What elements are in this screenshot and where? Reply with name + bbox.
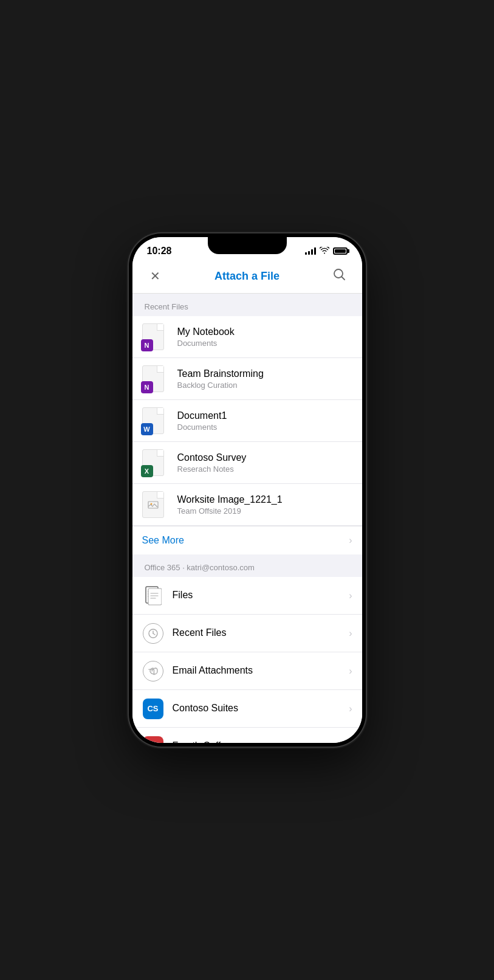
status-time: 10:28 — [147, 246, 172, 257]
list-item[interactable]: N My Notebook Documents — [132, 316, 362, 358]
item-text: Email Attachments — [173, 665, 345, 677]
chevron-right-icon: › — [349, 741, 352, 744]
item-title: Files — [173, 590, 345, 601]
close-button[interactable]: ✕ — [145, 269, 166, 283]
file-icon-onenote-1: N — [142, 323, 169, 350]
item-text: Recent Files — [173, 627, 345, 640]
file-icon-onenote-2: N — [142, 365, 169, 392]
content-area: Recent Files N My Notebook Documents — [132, 294, 362, 743]
fc-badge: FC — [143, 736, 163, 744]
storage-item-contoso-suites[interactable]: CS Contoso Suites › — [132, 690, 362, 728]
item-subtitle: Backlog Curation — [177, 381, 352, 390]
item-text: Contoso Survey Reserach Notes — [177, 452, 352, 474]
chevron-right-icon: › — [349, 590, 352, 601]
recent-files-header: Recent Files — [132, 294, 362, 316]
item-subtitle: Documents — [177, 339, 352, 348]
item-subtitle: Reserach Notes — [177, 464, 352, 474]
fourth-coffee-icon: FC — [142, 736, 164, 744]
chevron-right-icon: › — [349, 703, 352, 714]
item-subtitle: Documents — [177, 423, 352, 432]
file-icon-image — [142, 491, 169, 518]
item-title: Fourth Coffee — [173, 740, 345, 744]
page-title: Attach a File — [214, 270, 280, 283]
item-text: Worksite Image_1221_1 Team Offsite 2019 — [177, 494, 352, 516]
svg-line-14 — [153, 633, 155, 635]
battery-icon — [333, 247, 348, 255]
svg-rect-8 — [148, 588, 162, 605]
phone-frame: 10:28 — [129, 233, 366, 747]
recent-files-icon — [142, 623, 164, 644]
item-title: Team Brainstorming — [177, 368, 352, 379]
item-subtitle: Team Offsite 2019 — [177, 506, 352, 516]
notch — [208, 237, 287, 254]
file-icon-word: W — [142, 407, 169, 434]
recent-files-list: N My Notebook Documents N Team Brainstor… — [132, 316, 362, 554]
chevron-right-icon: › — [349, 535, 352, 546]
item-title: Recent Files — [173, 627, 345, 638]
list-item[interactable]: W Document1 Documents — [132, 400, 362, 442]
item-title: Contoso Survey — [177, 452, 352, 463]
storage-header: Office 365 · katri@contoso.com — [132, 554, 362, 577]
item-title: Email Attachments — [173, 665, 345, 676]
item-title: Document1 — [177, 410, 352, 421]
item-text: Fourth Coffee — [173, 740, 345, 744]
item-text: Files — [173, 590, 345, 602]
svg-line-1 — [341, 277, 345, 280]
list-item[interactable]: X Contoso Survey Reserach Notes — [132, 442, 362, 484]
item-title: Worksite Image_1221_1 — [177, 494, 352, 505]
item-text: Team Brainstorming Backlog Curation — [177, 368, 352, 390]
signal-icon — [305, 247, 316, 255]
contoso-suites-icon: CS — [142, 698, 164, 720]
item-title: Contoso Suites — [173, 703, 345, 714]
see-more-button[interactable]: See More › — [132, 526, 362, 554]
email-attachments-icon — [142, 660, 164, 682]
nav-bar: ✕ Attach a File — [132, 261, 362, 294]
cs-badge: CS — [143, 699, 163, 719]
wifi-icon — [320, 247, 329, 256]
see-more-label: See More — [142, 535, 184, 546]
search-button[interactable] — [328, 267, 350, 285]
storage-item-files[interactable]: Files › — [132, 577, 362, 615]
item-text: My Notebook Documents — [177, 326, 352, 348]
item-text: Contoso Suites — [173, 703, 345, 715]
storage-item-recent[interactable]: Recent Files › — [132, 615, 362, 652]
list-item[interactable]: Worksite Image_1221_1 Team Offsite 2019 — [132, 484, 362, 526]
item-title: My Notebook — [177, 326, 352, 337]
files-icon — [142, 585, 164, 607]
status-bar: 10:28 — [132, 237, 362, 261]
chevron-right-icon: › — [349, 628, 352, 639]
storage-list: Files › — [132, 577, 362, 743]
chevron-right-icon: › — [349, 666, 352, 677]
item-text: Document1 Documents — [177, 410, 352, 432]
file-icon-excel: X — [142, 449, 169, 476]
storage-item-fourth-coffee[interactable]: FC Fourth Coffee › — [132, 728, 362, 743]
status-icons — [305, 247, 348, 256]
storage-item-email[interactable]: Email Attachments › — [132, 652, 362, 690]
list-item[interactable]: N Team Brainstorming Backlog Curation — [132, 358, 362, 400]
screen: 10:28 — [132, 237, 362, 743]
